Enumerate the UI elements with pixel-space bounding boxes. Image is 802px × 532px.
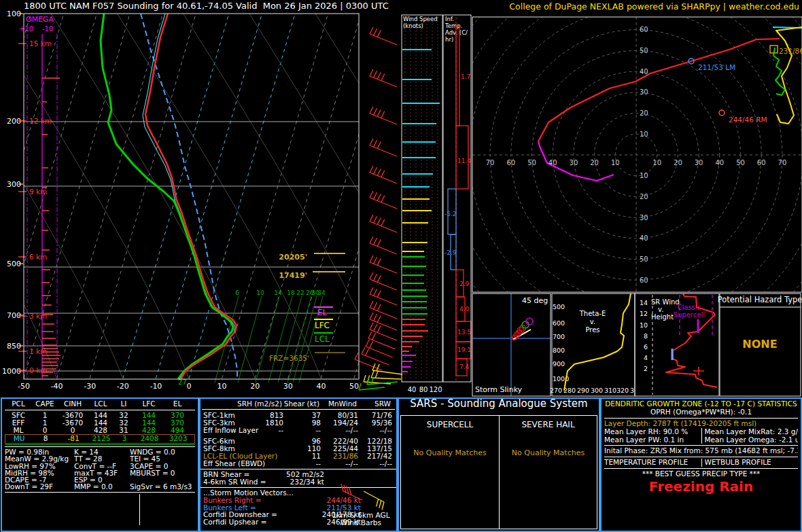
hodograph-panel: 211/53 LM244/46 RM231/86 <box>538 27 802 181</box>
sars-result: No Quality Matches <box>500 449 597 457</box>
lapse-rate-line <box>5 501 139 510</box>
col-header: PCL <box>5 400 32 409</box>
li-value: 31 <box>114 427 134 434</box>
svg-text:10: 10 <box>652 159 661 166</box>
svg-text:60: 60 <box>506 159 515 166</box>
divider <box>604 457 798 457</box>
svg-text:6 km: 6 km <box>29 253 47 261</box>
svg-text:2.9: 2.9 <box>459 281 470 287</box>
composite-line <box>143 501 195 510</box>
col-header: CAPE <box>32 400 58 409</box>
svg-text:(knots): (knots) <box>403 22 423 29</box>
mnwind-value: --/-- <box>345 427 358 434</box>
kv-value: 232/34 kt <box>290 478 324 486</box>
col-header: EL <box>164 400 191 409</box>
svg-text:EL: EL <box>317 308 328 317</box>
svg-text:30: 30 <box>695 159 703 166</box>
svg-text:211/53 LM: 211/53 LM <box>698 63 735 71</box>
mean-layer-mixrat: Mean Layer MixRat: 2.3 g/kg <box>701 428 799 436</box>
svg-text:20: 20 <box>640 193 648 200</box>
table-row[interactable]: Eff Shear (EBWD) -- --/-- --/-- <box>201 460 396 467</box>
table-row[interactable]: ML 0 0 428 31 428 494 <box>5 427 195 434</box>
svg-text:40: 40 <box>548 159 557 166</box>
svg-text:3 km: 3 km <box>29 312 47 320</box>
stat-value: TEI = 45 <box>130 455 196 462</box>
svg-text:4.0: 4.0 <box>459 306 470 313</box>
sars-result: No Quality Matches <box>401 449 499 457</box>
svg-text:2: 2 <box>644 365 648 372</box>
svg-text:4: 4 <box>644 354 648 361</box>
stat-value: 3CAPE = 0 <box>130 463 196 469</box>
kv-label: 4-6km SR Wind = <box>203 478 266 486</box>
el-value: 494 <box>164 427 191 434</box>
wind-speed-panel: Wind Speed(knots)4080120 <box>402 16 442 393</box>
lcl-value: 428 <box>88 427 114 434</box>
svg-text:34: 34 <box>317 289 326 296</box>
svg-text:40: 40 <box>408 386 417 393</box>
stat-value: PW = 0.98in <box>5 448 74 455</box>
lapse-rate-section <box>5 494 195 525</box>
svg-text:70: 70 <box>486 159 495 166</box>
temperature-profile: TEMPERATURE PROFILE P/N: 184.0 / -145.0 … <box>604 459 701 467</box>
li-value: 3 <box>114 435 135 443</box>
brn-section: BRN Shear = 502 m2/s2 4-6km SR Wind = 23… <box>201 471 396 486</box>
svg-text:NONE: NONE <box>742 338 777 351</box>
svg-text:hr): hr) <box>445 36 453 43</box>
stat-value: DownT = 29F <box>5 483 74 490</box>
svg-text:12 km: 12 km <box>29 117 52 125</box>
svg-text:600: 600 <box>553 319 565 327</box>
svg-text:FRZ=3635': FRZ=3635' <box>269 354 309 362</box>
sars-column-header: SEVERE HAIL <box>500 421 597 429</box>
col-header: SRW <box>374 400 391 408</box>
cape-value: 0 <box>32 427 58 434</box>
col-header: LCL <box>88 400 114 409</box>
divider <box>5 492 195 493</box>
profile-title: WETBULB PROFILE <box>705 459 799 467</box>
lapse-rates <box>5 494 139 525</box>
svg-text:-20: -20 <box>117 382 129 391</box>
stat-value: ConvT = --F <box>74 463 130 469</box>
svg-text:Inf.: Inf. <box>445 16 454 22</box>
svg-text:0 km: 0 km <box>29 366 47 374</box>
svg-text:10: 10 <box>640 172 648 179</box>
lfc-value: 428 <box>134 427 164 434</box>
svg-text:60: 60 <box>640 26 648 33</box>
svg-text:244/46 RM: 244/46 RM <box>729 116 767 124</box>
svg-text:70: 70 <box>778 159 787 166</box>
svg-text:1.7: 1.7 <box>461 73 470 80</box>
table-row[interactable]: MU 8 -81 2125 3 2408 3203 <box>5 434 195 444</box>
svg-text:10: 10 <box>640 321 648 329</box>
svg-text:10: 10 <box>217 382 227 391</box>
mean-layer-grid: Mean Layer RH: 90.0 % Mean Layer MixRat:… <box>604 428 798 444</box>
svg-text:60: 60 <box>640 277 648 284</box>
stat-value: ESP = 0 <box>74 476 130 483</box>
svg-text:10: 10 <box>256 289 264 296</box>
divider <box>201 469 396 469</box>
svg-text:12: 12 <box>640 310 648 317</box>
shear-table-header: SRH (m2/s2) Shear (kt) MnWind SRW <box>202 400 395 410</box>
storm-slinky-panel: 45 degStorm Slinky <box>472 294 551 396</box>
layer-name: Eff Shear (EBWD) <box>203 460 265 467</box>
svg-text:45 deg: 45 deg <box>522 296 548 305</box>
sars-title: SARS - Sounding Analogue System <box>399 399 599 408</box>
table-row[interactable]: Eff Inflow Layer -- -- --/-- --/-- <box>201 427 396 434</box>
svg-text:LFC: LFC <box>315 321 330 330</box>
svg-text:-30: -30 <box>84 382 96 391</box>
svg-text:LCL: LCL <box>315 334 330 344</box>
stat-value: SigSvr = 6 m3/s3 <box>130 483 196 490</box>
stat-value: TT = 28 <box>74 455 130 462</box>
parcel-table-header: PCL CAPE CINH LCL LI LFC EL <box>5 400 195 410</box>
svg-text:900: 900 <box>553 360 565 368</box>
divider <box>604 445 798 446</box>
layer-depth: Layer Depth: 2787 ft (17419-20205 ft msl… <box>604 420 798 428</box>
svg-text:Potential Hazard Type: Potential Hazard Type <box>718 295 802 304</box>
oprh-value: OPRH (Omega*PW*RH): -0.1 <box>604 408 798 416</box>
svg-text:10: 10 <box>611 159 620 166</box>
svg-text:300: 300 <box>591 387 603 394</box>
svg-text:0: 0 <box>187 382 192 391</box>
composite-line <box>143 494 195 502</box>
svg-text:50: 50 <box>736 159 745 166</box>
svg-text:20: 20 <box>674 159 682 166</box>
profile-title: TEMPERATURE PROFILE <box>604 459 701 467</box>
stat-value: maxT = 43F <box>74 469 130 476</box>
